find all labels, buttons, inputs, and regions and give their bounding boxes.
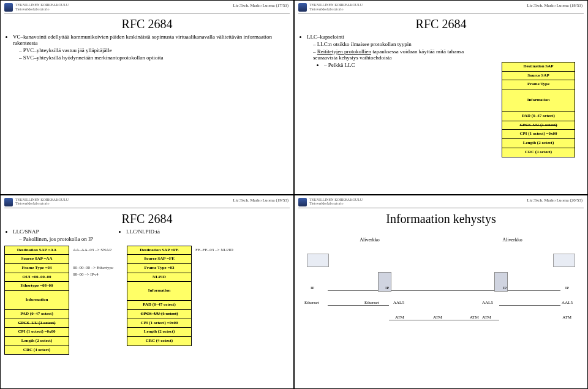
- subbullet-1: LLC:n otsikko ilmaisee protokollan tyypi…: [313, 41, 472, 47]
- label-aal5-3: AAL5: [562, 300, 573, 305]
- arrow-snap: AA–AA–03 –> SNAP: [73, 247, 123, 254]
- slide-title: Informaation kehystys: [298, 212, 584, 226]
- label-atm-5: ATM: [562, 315, 571, 320]
- label-ethernet-2: Ethernet: [364, 300, 379, 305]
- cell-crc: CRC (4 octect): [502, 148, 575, 157]
- cell-b1: Source SAP =FE: [127, 255, 192, 264]
- university-text: TEKNILLINEN KORKEAKOULU Tietoverkkolabor…: [15, 198, 69, 206]
- bullet-1: LLC–kapselointi: [307, 34, 472, 40]
- label-aal5-1: AAL5: [393, 300, 404, 305]
- cell-frame-type: Frame Type: [502, 80, 575, 89]
- cell-a0: Destination SAP =AA: [4, 246, 69, 255]
- slide-title: RFC 2684: [4, 17, 290, 31]
- uni-line1: TEKNILLINEN KORKEAKOULU: [15, 3, 69, 7]
- subsub-1: Pelkkä LLC: [324, 62, 472, 68]
- bullet-1: VC–kanavointi edellyttää kommunikoivien …: [13, 34, 290, 46]
- bullet-llcnlpid: LLC/NLPID:tä: [126, 228, 160, 235]
- cell-a3: OUI =00–00–00: [4, 273, 69, 282]
- cell-a9: Length (2 octect): [4, 337, 69, 346]
- cell-cpi: CPI (1 octect) =0x00: [502, 130, 575, 139]
- university-text: TEKNILLINEN KORKEAKOULU Tietoverkkolabor…: [309, 3, 363, 11]
- cell-a10: CRC (4 octect): [4, 346, 69, 355]
- label-atm-2: ATM: [433, 315, 442, 320]
- label-atm-3: ATM: [470, 315, 479, 320]
- cell-b7: CPI (1 octect) =0x00: [127, 319, 192, 328]
- device-server: [553, 254, 575, 268]
- slide-19: TEKNILLINEN KORKEAKOULU Tietoverkkolabor…: [0, 195, 294, 390]
- cell-cpcs: CPCS–UU (1 octect): [502, 121, 575, 130]
- university-logo: [4, 3, 13, 12]
- label-ip-4: IP: [565, 285, 569, 290]
- cell-pad: PAD (0–47 octect): [502, 112, 575, 121]
- uni-line1: TEKNILLINEN KORKEAKOULU: [309, 198, 363, 202]
- cell-src-sap: Source SAP: [502, 72, 575, 81]
- cell-a4: Ethertype =08–00: [4, 282, 69, 291]
- cell-a2: Frame Type =03: [4, 264, 69, 273]
- label-ip-2: IP: [378, 285, 396, 290]
- subbullet-2: Reititetyjen protokollien tapauksessa vo…: [313, 48, 472, 68]
- cell-a8: CPI (1 octect) =0x00: [4, 328, 69, 337]
- label-ip-3: IP: [496, 285, 514, 290]
- cell-a5: Information: [4, 291, 69, 310]
- bullet-llcsnap: LLC/SNAP: [13, 228, 93, 235]
- uni-line2: Tietoverkkolaboratorio: [15, 7, 69, 12]
- subnet-labels: Aliverkko Aliverkko: [298, 237, 584, 243]
- network-diagram: IP Ethernet IP Ethernet AAL5 ATM ATM ATM…: [298, 247, 584, 339]
- university-text: TEKNILLINEN KORKEAKOULU Tietoverkkolabor…: [15, 3, 69, 11]
- slide-title: RFC 2684: [4, 212, 290, 226]
- underline-text: Reititetyjen protokollien: [317, 48, 371, 55]
- slide-17: TEKNILLINEN KORKEAKOULU Tietoverkkolabor…: [0, 0, 294, 195]
- cell-b8: Length (2 octect): [127, 328, 192, 337]
- university-logo: [4, 198, 13, 206]
- slide-title: RFC 2684: [298, 17, 584, 31]
- sub-pakollinen: Pakollinen, jos protokolla on IP: [19, 236, 93, 242]
- arrow-labels-left: AA–AA–03 –> SNAP 00–00–00 –> Ethertype 0…: [73, 247, 123, 355]
- slide-20: TEKNILLINEN KORKEAKOULU Tietoverkkolabor…: [294, 195, 588, 390]
- label-ethernet: Ethernet: [304, 300, 319, 305]
- frame-stack-snap: Destination SAP =AA Source SAP =AA Frame…: [4, 246, 69, 355]
- arrow-nlpid: FE–FE–03 –> NLPID: [195, 247, 233, 254]
- label-ip: IP: [311, 285, 314, 290]
- cell-length: Length (2 octect): [502, 139, 575, 148]
- cell-a1: Source SAP =AA: [4, 255, 69, 264]
- university-logo: [298, 3, 307, 12]
- slide-footer: Lic.Tech. Marko Luoma (17/53): [233, 3, 288, 8]
- uni-line1: TEKNILLINEN KORKEAKOULU: [309, 3, 363, 7]
- subnet-2: Aliverkko: [502, 237, 522, 243]
- arrow-ethertype: 00–00–00 –> Ethertype: [73, 265, 123, 271]
- uni-line2: Tietoverkkolaboratorio: [309, 202, 363, 206]
- slide-footer: Lic.Tech. Marko Luoma (19/53): [233, 198, 288, 203]
- subbullet-1: PVC–yhteyksillä vastuu jää ylläpitäjälle: [19, 47, 290, 53]
- slide-18: TEKNILLINEN KORKEAKOULU Tietoverkkolabor…: [294, 0, 588, 195]
- cell-b5: PAD (0–47 octect): [127, 301, 192, 310]
- subnet-1: Aliverkko: [360, 237, 379, 243]
- arrow-labels-right: FE–FE–03 –> NLPID: [195, 247, 233, 355]
- university-text: TEKNILLINEN KORKEAKOULU Tietoverkkolabor…: [309, 198, 363, 206]
- cell-b2: Frame Type =03: [127, 264, 192, 273]
- cell-b6: CPCS–UU (1 octect): [127, 310, 192, 319]
- cell-b3: NLPID: [127, 273, 192, 282]
- arrow-ipv4: 08–00 –> IPv4: [73, 271, 123, 278]
- label-aal5-2: AAL5: [482, 300, 493, 305]
- cell-b4: Information: [127, 282, 192, 301]
- cell-a6: PAD (0–47 octect): [4, 310, 69, 319]
- cell-b0: Destination SAP =FE: [127, 246, 192, 255]
- frame-stack-nlpid: Destination SAP =FE Source SAP =FE Frame…: [127, 246, 192, 355]
- university-logo: [298, 198, 307, 206]
- slide-footer: Lic.Tech. Marko Luoma (18/53): [527, 3, 582, 8]
- cell-information: Information: [502, 89, 575, 112]
- subbullet-2: SVC–yhteyksillä hyödynnetään merkinantop…: [19, 55, 290, 61]
- uni-line1: TEKNILLINEN KORKEAKOULU: [15, 198, 69, 202]
- slide-footer: Lic.Tech. Marko Luoma (20/53): [527, 198, 582, 203]
- uni-line2: Tietoverkkolaboratorio: [309, 7, 363, 12]
- cell-a7: CPCS–UU (1 octect): [4, 319, 69, 328]
- device-pc: [307, 254, 329, 268]
- cell-dest-sap: Destination SAP: [502, 62, 575, 72]
- frame-stack-llc: Destination SAP Source SAP Frame Type In…: [502, 62, 575, 157]
- label-atm-1: ATM: [395, 315, 404, 320]
- uni-line2: Tietoverkkolaboratorio: [15, 202, 69, 206]
- cell-b9: CRC (4 octect): [127, 337, 192, 346]
- label-atm-4: ATM: [482, 315, 491, 320]
